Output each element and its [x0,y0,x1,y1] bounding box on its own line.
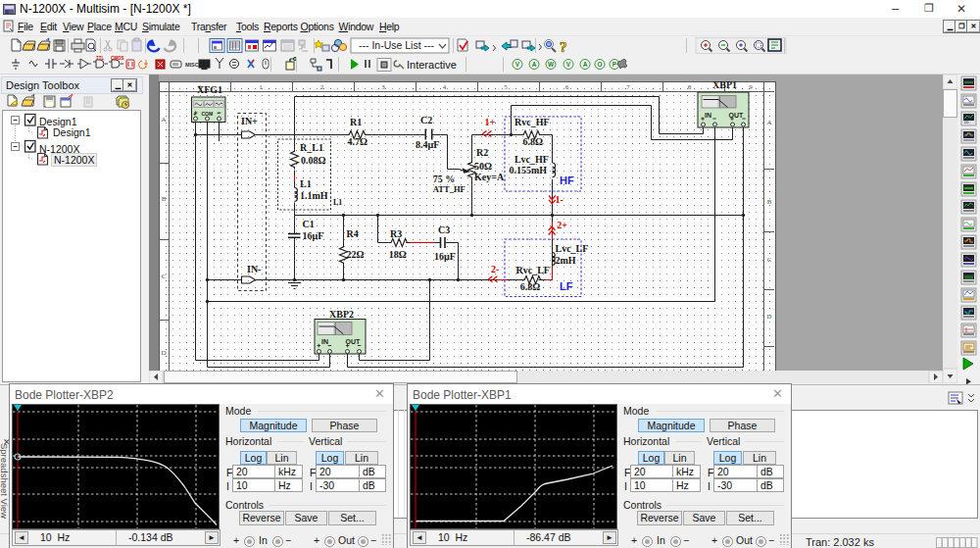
svg-text:22Ω: 22Ω [347,249,365,260]
svg-text:2-: 2- [491,264,499,274]
svg-text:V: V [515,61,520,68]
svg-text:Rvc_HF: Rvc_HF [514,117,550,127]
svg-text:R3: R3 [390,228,402,239]
svg-text:1-: 1- [556,194,564,205]
svg-text:HF: HF [560,174,574,186]
svg-text:IN: IN [321,338,328,345]
svg-text:16µF: 16µF [434,251,456,262]
svg-text:7: 7 [626,83,630,91]
svg-text:4.7Ω: 4.7Ω [348,136,368,147]
svg-text:8: 8 [688,83,692,91]
svg-text:Key=A: Key=A [474,172,505,182]
svg-text:C2: C2 [420,115,432,125]
svg-text:6.8Ω: 6.8Ω [520,281,541,292]
svg-text:D: D [161,349,166,357]
svg-text:C: C [162,273,167,280]
svg-text:9: 9 [749,83,753,91]
svg-text:L1: L1 [333,198,342,207]
svg-text:R_L1: R_L1 [300,142,323,153]
svg-text:Lvc_HF: Lvc_HF [514,154,549,165]
svg-text:6.8Ω: 6.8Ω [523,136,544,147]
svg-text:75 %: 75 % [433,174,456,184]
svg-text:OUT: OUT [346,338,362,345]
svg-text:4: 4 [443,83,447,91]
svg-text:+: + [193,111,197,117]
svg-text:Interactive: Interactive [407,59,457,71]
svg-text:6: 6 [565,83,569,91]
svg-text:--- In-Use List ---: --- In-Use List --- [359,39,435,51]
svg-text:MISC: MISC [185,62,199,68]
svg-text:16µF: 16µF [303,230,324,241]
svg-text:50Ω: 50Ω [474,161,492,172]
svg-text:XBP2: XBP2 [329,309,354,320]
svg-text:C: C [767,256,772,264]
svg-text:0.08Ω: 0.08Ω [301,155,326,166]
svg-text:3: 3 [381,83,385,91]
svg-text:1: 1 [259,83,263,91]
svg-text:IN-: IN- [247,264,261,274]
svg-text:B: B [162,195,167,203]
svg-text:W: W [548,61,555,68]
svg-text:R2: R2 [476,147,488,158]
svg-text:L1: L1 [300,178,312,189]
svg-text:00: 00 [964,120,969,125]
svg-text:V: V [566,61,571,68]
svg-text:D: D [766,313,771,321]
svg-text:R1: R1 [350,117,362,127]
svg-text:2+: 2+ [557,220,567,230]
svg-text:2: 2 [320,83,324,91]
svg-text:P: P [612,61,617,68]
svg-text:B: B [767,198,772,206]
svg-text:Rvc_LF: Rvc_LF [516,265,550,275]
svg-text:XFG1: XFG1 [197,84,222,95]
svg-text:A: A [532,61,537,68]
svg-text:IN+: IN+ [241,116,258,126]
svg-text:18Ω: 18Ω [389,249,407,260]
svg-text:OUT: OUT [729,112,745,119]
svg-text:Lvc_LF: Lvc_LF [556,243,589,254]
svg-text:5: 5 [504,83,508,91]
svg-text:A: A [766,119,771,126]
svg-text:A: A [583,61,588,68]
svg-text:A: A [161,116,166,124]
svg-text:1.1mH: 1.1mH [300,190,328,201]
svg-text:ATT_HF: ATT_HF [433,184,466,194]
svg-text:C3: C3 [438,224,450,235]
svg-text:C1: C1 [303,219,315,229]
svg-text:0.155mH: 0.155mH [510,165,548,175]
svg-text:2mH: 2mH [556,255,576,266]
svg-text:R4: R4 [347,228,359,239]
svg-text:IN: IN [705,112,711,119]
svg-text:8.4µF: 8.4µF [416,139,439,150]
svg-text:O: O [597,61,602,68]
svg-text:1+: 1+ [485,117,496,127]
svg-text:TTL: TTL [96,56,104,61]
svg-text:COM: COM [202,111,214,117]
svg-text:LF: LF [560,280,573,292]
svg-text:XBP1: XBP1 [712,79,737,90]
svg-text:?: ? [560,39,567,55]
svg-text:CMOS: CMOS [111,56,124,61]
svg-text:−: − [218,111,221,117]
